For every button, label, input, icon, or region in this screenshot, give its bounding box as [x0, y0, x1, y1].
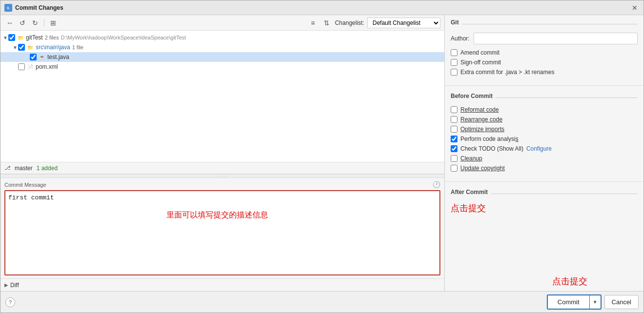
added-badge: 1 added — [37, 165, 58, 172]
toolbar-right: ≡ ⇅ Changelist: Default Changelist — [308, 18, 440, 28]
separator-git-before — [445, 85, 644, 86]
src-name: src\main\java — [36, 44, 70, 51]
copyright-checkbox[interactable] — [451, 165, 457, 172]
copyright-label: Update copyright — [460, 165, 505, 172]
commit-button[interactable]: Commit — [548, 295, 589, 309]
toolbar-separator — [44, 19, 44, 27]
signoff-checkbox[interactable] — [451, 59, 457, 66]
toolbar-group-btn[interactable]: ⊞ — [48, 18, 59, 28]
tree-test-java[interactable]: ☕ test.java — [0, 52, 444, 62]
after-commit-separator — [491, 194, 638, 194]
resize-handle[interactable]: · · · · · — [0, 174, 444, 178]
app-icon: G — [4, 4, 12, 12]
title-bar-left: G Commit Changes — [4, 4, 63, 12]
src-folder-icon: 📁 — [26, 43, 34, 51]
commit-message-textarea[interactable]: first commit — [4, 190, 440, 275]
git-section: Git Author: Amend commit Sign-off commit — [445, 15, 644, 82]
git-title: Git — [451, 19, 459, 26]
after-commit-title: After Commit — [451, 189, 488, 196]
rearrange-label: Rearrange code — [460, 116, 502, 123]
option-extra: Extra commit for .java > .kt renames — [451, 69, 638, 76]
svg-text:G: G — [7, 6, 10, 10]
diff-arrow: ▶ — [4, 282, 8, 288]
cleanup-label: Cleanup — [460, 155, 482, 162]
toolbar-sort-btn[interactable]: ≡ — [308, 18, 318, 28]
changelist-select[interactable]: Default Changelist — [367, 18, 440, 28]
analyze-label: Perform code analysis — [460, 136, 519, 142]
diff-section[interactable]: ▶ Diff — [0, 278, 444, 291]
todo-label: Check TODO (Show All) — [460, 145, 523, 152]
option-todo: Check TODO (Show All) Configure — [451, 145, 638, 152]
help-button[interactable]: ? — [5, 297, 15, 307]
option-copyright: Update copyright — [451, 165, 638, 172]
separator-before-after — [445, 181, 644, 182]
commit-message-section: Commit Message 🕐 first commit 里面可以填写提交的描… — [0, 178, 444, 278]
java-checkbox[interactable] — [30, 54, 37, 60]
xml-name: pom.xml — [36, 63, 58, 70]
src-arrow: ▼ — [12, 45, 18, 50]
toolbar-diff-btn[interactable]: ↔ — [4, 18, 15, 28]
root-checkbox[interactable] — [8, 34, 15, 41]
signoff-label: Sign-off commit — [460, 59, 501, 66]
option-signoff: Sign-off commit — [451, 59, 638, 66]
author-input[interactable] — [474, 33, 638, 44]
xml-file-icon: 📄 — [26, 63, 34, 71]
root-arrow: ▼ — [2, 35, 8, 40]
toolbar: ↔ ↺ ↻ ⊞ ≡ ⇅ Changelist: Default Changeli… — [0, 15, 444, 31]
branch-name: master — [15, 165, 33, 172]
after-commit-annotation: 点击提交 — [451, 203, 486, 213]
commit-dropdown-button[interactable]: ▼ — [589, 295, 601, 309]
option-cleanup: Cleanup — [451, 155, 638, 162]
bottom-bar: ? Commit ▼ Cancel — [0, 291, 644, 313]
amend-checkbox[interactable] — [451, 49, 457, 56]
click-submit-annotation: 点击提交 — [552, 275, 587, 287]
author-row: Author: — [451, 33, 638, 44]
toolbar-rollback-btn[interactable]: ↺ — [17, 18, 28, 28]
toolbar-filter-btn[interactable]: ⇅ — [321, 18, 332, 28]
author-label: Author: — [451, 35, 470, 42]
extra-label: Extra commit for .java > .kt renames — [460, 69, 554, 76]
commit-button-group: Commit ▼ — [547, 294, 602, 310]
status-bar: ⎇ master 1 added — [0, 162, 444, 174]
commit-message-label: Commit Message — [4, 182, 46, 188]
configure-link[interactable]: Configure — [526, 145, 552, 152]
close-button[interactable]: ✕ — [630, 3, 640, 13]
root-path: D:\MyWork\hadoop\WorkSpeace\IdeaSpeace\g… — [61, 35, 186, 40]
clock-icon: 🕐 — [433, 181, 440, 188]
reformat-checkbox[interactable] — [451, 106, 457, 113]
bottom-actions: Commit ▼ Cancel — [547, 294, 639, 310]
tree-root[interactable]: ▼ 📁 gitTest 2 files D:\MyWork\hadoop\Wor… — [0, 33, 444, 42]
title-bar: G Commit Changes ✕ — [0, 0, 644, 15]
cancel-button[interactable]: Cancel — [604, 295, 639, 309]
java-name: test.java — [47, 54, 69, 60]
option-analyze: Perform code analysis — [451, 136, 638, 142]
toolbar-refresh-btn[interactable]: ↻ — [30, 18, 41, 28]
root-name: gitTest — [26, 34, 43, 41]
right-panel: Git Author: Amend commit Sign-off commit — [445, 15, 644, 291]
section-header: Commit Message 🕐 — [4, 181, 440, 188]
left-panel: ↔ ↺ ↻ ⊞ ≡ ⇅ Changelist: Default Changeli… — [0, 15, 445, 291]
main-content: ↔ ↺ ↻ ⊞ ≡ ⇅ Changelist: Default Changeli… — [0, 15, 644, 291]
diff-label: Diff — [10, 282, 19, 289]
optimize-checkbox[interactable] — [451, 126, 457, 133]
reformat-label: Reformat code — [460, 106, 499, 113]
tree-src-folder[interactable]: ▼ 📁 src\main\java 1 file — [0, 42, 444, 52]
amend-label: Amend commit — [460, 49, 499, 56]
rearrange-checkbox[interactable] — [451, 116, 457, 123]
commit-dialog: G Commit Changes ✕ ↔ ↺ ↻ ⊞ ≡ ⇅ Changelis… — [0, 0, 644, 313]
cleanup-checkbox[interactable] — [451, 155, 457, 162]
option-rearrange: Rearrange code — [451, 116, 638, 123]
extra-checkbox[interactable] — [451, 69, 457, 76]
before-commit-separator — [496, 98, 638, 98]
src-checkbox[interactable] — [18, 44, 25, 51]
analyze-checkbox[interactable] — [451, 136, 457, 142]
tree-pom-xml[interactable]: 📄 pom.xml — [0, 62, 444, 72]
git-separator — [462, 24, 638, 24]
changelist-label: Changelist: — [335, 20, 364, 26]
todo-checkbox[interactable] — [451, 145, 457, 152]
branch-icon: ⎇ — [4, 165, 11, 171]
file-tree: ▼ 📁 gitTest 2 files D:\MyWork\hadoop\Wor… — [0, 31, 444, 162]
option-amend: Amend commit — [451, 49, 638, 56]
xml-checkbox[interactable] — [18, 63, 25, 70]
option-reformat: Reformat code — [451, 106, 638, 113]
